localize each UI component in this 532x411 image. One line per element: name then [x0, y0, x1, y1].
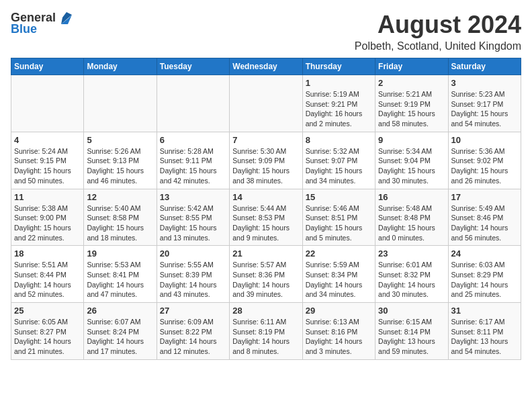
day-number: 28 — [232, 306, 299, 316]
day-detail: Sunrise: 5:42 AM Sunset: 8:55 PM Dayligh… — [160, 203, 226, 243]
day-number: 27 — [160, 306, 226, 316]
day-number: 23 — [378, 248, 445, 259]
day-detail: Sunrise: 5:24 AM Sunset: 9:15 PM Dayligh… — [14, 146, 81, 186]
day-number: 8 — [306, 135, 372, 145]
calendar-cell: 12Sunrise: 5:40 AM Sunset: 8:58 PM Dayli… — [84, 189, 157, 246]
calendar-cell: 21Sunrise: 5:57 AM Sunset: 8:36 PM Dayli… — [230, 246, 302, 303]
day-number: 26 — [87, 306, 153, 316]
calendar-cell: 22Sunrise: 5:59 AM Sunset: 8:34 PM Dayli… — [302, 246, 375, 303]
logo-blue-text: Blue — [11, 22, 37, 36]
calendar-week-5: 25Sunrise: 6:05 AM Sunset: 8:27 PM Dayli… — [11, 303, 521, 360]
calendar-cell: 8Sunrise: 5:32 AM Sunset: 9:07 PM Daylig… — [302, 132, 375, 189]
day-detail: Sunrise: 5:23 AM Sunset: 9:17 PM Dayligh… — [451, 89, 518, 129]
day-detail: Sunrise: 6:13 AM Sunset: 8:16 PM Dayligh… — [306, 317, 372, 357]
logo-icon — [57, 12, 72, 24]
calendar-cell: 27Sunrise: 6:09 AM Sunset: 8:22 PM Dayli… — [157, 303, 229, 360]
calendar-cell: 30Sunrise: 6:15 AM Sunset: 8:14 PM Dayli… — [375, 303, 448, 360]
day-detail: Sunrise: 6:17 AM Sunset: 8:11 PM Dayligh… — [451, 317, 518, 357]
day-detail: Sunrise: 5:36 AM Sunset: 9:02 PM Dayligh… — [451, 146, 518, 186]
col-header-friday: Friday — [375, 58, 448, 75]
day-detail: Sunrise: 5:19 AM Sunset: 9:21 PM Dayligh… — [306, 89, 372, 129]
main-title: August 2024 — [355, 11, 521, 39]
calendar-cell: 29Sunrise: 6:13 AM Sunset: 8:16 PM Dayli… — [302, 303, 375, 360]
day-number: 15 — [306, 192, 372, 202]
calendar-cell: 11Sunrise: 5:38 AM Sunset: 9:00 PM Dayli… — [11, 189, 84, 246]
calendar-week-1: 1Sunrise: 5:19 AM Sunset: 9:21 PM Daylig… — [11, 75, 521, 132]
day-detail: Sunrise: 5:53 AM Sunset: 8:41 PM Dayligh… — [87, 260, 153, 300]
day-detail: Sunrise: 6:03 AM Sunset: 8:29 PM Dayligh… — [451, 260, 518, 300]
calendar-cell: 16Sunrise: 5:48 AM Sunset: 8:48 PM Dayli… — [375, 189, 448, 246]
day-detail: Sunrise: 6:15 AM Sunset: 8:14 PM Dayligh… — [378, 317, 445, 357]
day-detail: Sunrise: 5:30 AM Sunset: 9:09 PM Dayligh… — [232, 146, 299, 186]
calendar-cell — [84, 75, 157, 132]
day-number: 17 — [451, 192, 518, 202]
day-number: 12 — [87, 192, 153, 202]
calendar-cell: 5Sunrise: 5:26 AM Sunset: 9:13 PM Daylig… — [84, 132, 157, 189]
calendar-cell: 19Sunrise: 5:53 AM Sunset: 8:41 PM Dayli… — [84, 246, 157, 303]
day-detail: Sunrise: 6:01 AM Sunset: 8:32 PM Dayligh… — [378, 260, 445, 300]
day-number: 6 — [160, 135, 226, 145]
day-number: 24 — [451, 248, 518, 259]
subtitle: Polbeth, Scotland, United Kingdom — [355, 40, 521, 52]
day-number: 19 — [87, 248, 153, 259]
calendar-cell: 6Sunrise: 5:28 AM Sunset: 9:11 PM Daylig… — [157, 132, 229, 189]
day-number: 16 — [378, 192, 445, 202]
day-number: 11 — [14, 192, 81, 202]
logo: General Blue — [11, 11, 72, 36]
day-detail: Sunrise: 5:38 AM Sunset: 9:00 PM Dayligh… — [14, 203, 81, 243]
day-detail: Sunrise: 6:05 AM Sunset: 8:27 PM Dayligh… — [14, 317, 81, 357]
page-header: General Blue August 2024 Polbeth, Scotla… — [11, 11, 521, 52]
day-number: 5 — [87, 135, 153, 145]
day-detail: Sunrise: 5:51 AM Sunset: 8:44 PM Dayligh… — [14, 260, 81, 300]
calendar-cell: 14Sunrise: 5:44 AM Sunset: 8:53 PM Dayli… — [230, 189, 302, 246]
calendar-week-2: 4Sunrise: 5:24 AM Sunset: 9:15 PM Daylig… — [11, 132, 521, 189]
day-number: 22 — [306, 248, 372, 259]
col-header-wednesday: Wednesday — [230, 58, 302, 75]
calendar-week-4: 18Sunrise: 5:51 AM Sunset: 8:44 PM Dayli… — [11, 246, 521, 303]
day-detail: Sunrise: 6:09 AM Sunset: 8:22 PM Dayligh… — [160, 317, 226, 357]
day-number: 21 — [232, 248, 299, 259]
calendar-week-3: 11Sunrise: 5:38 AM Sunset: 9:00 PM Dayli… — [11, 189, 521, 246]
day-number: 13 — [160, 192, 226, 202]
calendar-cell: 18Sunrise: 5:51 AM Sunset: 8:44 PM Dayli… — [11, 246, 84, 303]
day-detail: Sunrise: 5:28 AM Sunset: 9:11 PM Dayligh… — [160, 146, 226, 186]
col-header-monday: Monday — [84, 58, 157, 75]
day-number: 7 — [232, 135, 299, 145]
calendar-cell: 25Sunrise: 6:05 AM Sunset: 8:27 PM Dayli… — [11, 303, 84, 360]
calendar-cell: 3Sunrise: 5:23 AM Sunset: 9:17 PM Daylig… — [448, 75, 521, 132]
day-detail: Sunrise: 5:59 AM Sunset: 8:34 PM Dayligh… — [306, 260, 372, 300]
day-number: 14 — [232, 192, 299, 202]
day-number: 20 — [160, 248, 226, 259]
calendar-table: SundayMondayTuesdayWednesdayThursdayFrid… — [11, 58, 521, 360]
day-number: 31 — [451, 306, 518, 316]
day-number: 2 — [378, 78, 445, 88]
day-number: 1 — [306, 78, 372, 88]
calendar-cell: 15Sunrise: 5:46 AM Sunset: 8:51 PM Dayli… — [302, 189, 375, 246]
day-number: 30 — [378, 306, 445, 316]
calendar-cell: 1Sunrise: 5:19 AM Sunset: 9:21 PM Daylig… — [302, 75, 375, 132]
calendar-cell — [230, 75, 302, 132]
day-detail: Sunrise: 5:57 AM Sunset: 8:36 PM Dayligh… — [232, 260, 299, 300]
col-header-thursday: Thursday — [302, 58, 375, 75]
day-number: 25 — [14, 306, 81, 316]
calendar-cell: 4Sunrise: 5:24 AM Sunset: 9:15 PM Daylig… — [11, 132, 84, 189]
calendar-cell: 10Sunrise: 5:36 AM Sunset: 9:02 PM Dayli… — [448, 132, 521, 189]
day-number: 10 — [451, 135, 518, 145]
calendar-cell: 23Sunrise: 6:01 AM Sunset: 8:32 PM Dayli… — [375, 246, 448, 303]
day-detail: Sunrise: 5:21 AM Sunset: 9:19 PM Dayligh… — [378, 89, 445, 129]
day-detail: Sunrise: 5:46 AM Sunset: 8:51 PM Dayligh… — [306, 203, 372, 243]
calendar-cell — [157, 75, 229, 132]
day-detail: Sunrise: 6:07 AM Sunset: 8:24 PM Dayligh… — [87, 317, 153, 357]
col-header-saturday: Saturday — [448, 58, 521, 75]
calendar-cell: 31Sunrise: 6:17 AM Sunset: 8:11 PM Dayli… — [448, 303, 521, 360]
day-detail: Sunrise: 5:49 AM Sunset: 8:46 PM Dayligh… — [451, 203, 518, 243]
day-number: 4 — [14, 135, 81, 145]
day-detail: Sunrise: 5:32 AM Sunset: 9:07 PM Dayligh… — [306, 146, 372, 186]
calendar-cell: 20Sunrise: 5:55 AM Sunset: 8:39 PM Dayli… — [157, 246, 229, 303]
calendar-cell: 2Sunrise: 5:21 AM Sunset: 9:19 PM Daylig… — [375, 75, 448, 132]
title-block: August 2024 Polbeth, Scotland, United Ki… — [355, 11, 521, 52]
calendar-header-row: SundayMondayTuesdayWednesdayThursdayFrid… — [11, 58, 521, 75]
day-detail: Sunrise: 5:26 AM Sunset: 9:13 PM Dayligh… — [87, 146, 153, 186]
day-detail: Sunrise: 5:55 AM Sunset: 8:39 PM Dayligh… — [160, 260, 226, 300]
calendar-cell: 24Sunrise: 6:03 AM Sunset: 8:29 PM Dayli… — [448, 246, 521, 303]
